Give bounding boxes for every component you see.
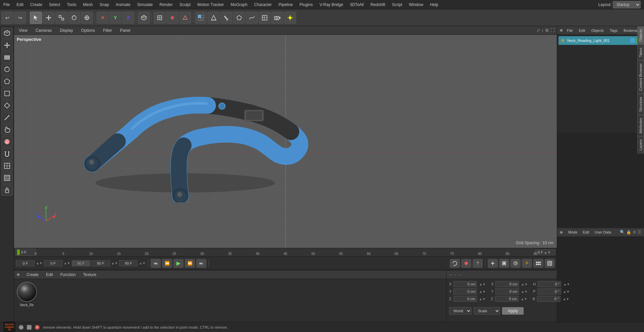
tab-layers[interactable]: Layers [637,136,644,153]
layout-select[interactable]: Startup Standard [613,1,641,8]
coord-h-rot[interactable] [538,281,561,287]
nav-button-5[interactable] [533,259,543,268]
menu-item-tools[interactable]: Tools [63,1,79,8]
attr-settings-icon[interactable]: ⚙ [633,230,636,235]
rotate-tool-button[interactable] [68,12,80,24]
coord-z-rot[interactable] [495,296,519,302]
frame-indicator-display[interactable]: 0 F ▲▼ [535,249,555,255]
tab-structure[interactable]: Structure [637,94,644,115]
close-button[interactable]: ✕ [35,325,40,330]
attr-menu-userdata[interactable]: User Data [593,229,613,235]
vp-expand-icon[interactable]: ⤢ [537,28,540,33]
menu-item-mesh[interactable]: Mesh [79,1,96,8]
sidebar-tool-polygon[interactable] [1,76,13,87]
attr-lock-icon[interactable]: 🔒 [626,230,631,235]
z-axis-button[interactable]: Z [122,12,134,24]
help-button[interactable]: ? [473,259,483,268]
menu-item-sculpt[interactable]: Sculpt [176,1,194,8]
step-forward-button[interactable]: ⏩ [185,259,195,268]
vp-menu-view[interactable]: View [16,27,30,34]
spline-tool-button[interactable] [246,12,258,24]
attr-search-icon[interactable]: 🔍 [620,230,625,235]
frame-current-field[interactable]: 0 F [44,260,62,266]
sidebar-tool-layer[interactable] [1,52,13,63]
viewport-3d[interactable]: Perspective [14,35,557,248]
menu-item-select[interactable]: Select [46,1,63,8]
tab-content-browser[interactable]: Content Browser [637,60,644,94]
sidebar-tool-lock[interactable] [1,184,13,196]
menu-item-snap[interactable]: Snap [96,1,112,8]
tab-attributes[interactable]: Attributes [637,115,644,136]
redo-button[interactable]: ↪ [14,12,26,24]
menu-item-mograph[interactable]: MoGraph [227,1,251,8]
menu-item-window[interactable]: Window [406,1,427,8]
vp-menu-panel[interactable]: Panel [117,27,133,34]
menu-item-v-ray-bridge[interactable]: V-Ray Bridge [316,1,346,8]
rp-menu-edit[interactable]: Edit [577,28,587,33]
sidebar-tool-move[interactable] [1,40,13,51]
vp-settings-icon[interactable]: ⚙ [545,28,549,33]
view-persp-button[interactable] [208,12,220,24]
x-axis-button[interactable]: ✕ [97,12,109,24]
frame-start-field[interactable]: 0 F [16,260,35,266]
keyframe-button[interactable] [154,12,166,24]
step-back-button[interactable]: ⏪ [162,259,172,268]
transform-tool-button[interactable] [81,12,93,24]
sidebar-tool-hand[interactable] [1,124,13,135]
menu-item-3dtoall[interactable]: 3DToAll [346,1,367,8]
frame-end-field[interactable]: 90 F [92,260,110,266]
coord-y-rot[interactable] [495,288,519,294]
menu-item-animate[interactable]: Animate [112,1,134,8]
sidebar-tool-diamond[interactable] [1,100,13,111]
grid-tool-button[interactable] [259,12,271,24]
rp-menu-tags[interactable]: Tags [608,28,620,33]
tab-objects[interactable]: Objects [637,26,644,45]
menu-item-edit[interactable]: Edit [13,1,27,8]
nav-button-1[interactable] [488,259,498,268]
coord-b-rot[interactable] [537,296,560,302]
vp-menu-filter[interactable]: Filter [100,27,115,34]
skip-to-start-button[interactable]: ⏮ [151,259,161,268]
camera-tool-button[interactable] [271,12,283,24]
menu-item-character[interactable]: Character [251,1,275,8]
loop-button[interactable] [450,259,460,268]
nav-button-4[interactable]: P [522,259,532,268]
menu-item-help[interactable]: Help [427,1,442,8]
tab-takes[interactable]: Takes [637,45,644,60]
sidebar-tool-box[interactable] [1,88,13,99]
vp-menu-cameras[interactable]: Cameras [33,27,55,34]
vp-menu-options[interactable]: Options [78,27,98,34]
restore-button[interactable]: □ [27,325,32,330]
nav-button-2[interactable] [499,259,509,268]
timeline-start-frame[interactable]: 0 F [15,249,36,256]
record-button[interactable] [166,12,178,24]
sidebar-tool-cube[interactable] [1,27,13,39]
move-tool-button[interactable] [43,12,55,24]
brush-tool-button[interactable] [220,12,232,24]
undo-button[interactable]: ↩ [1,12,13,24]
vp-menu-display[interactable]: Display [57,27,75,34]
polygon-tool-button[interactable] [233,12,245,24]
sidebar-tool-magnet[interactable] [1,148,13,159]
light-tool-button[interactable] [284,12,296,24]
object-row-0[interactable]: 🔆 Neck_Reading_Light_001 [558,36,643,45]
material-item-0[interactable]: Neck_Re [17,282,37,307]
sidebar-tool-grid2[interactable] [1,172,13,184]
sidebar-tool-line[interactable] [1,112,13,123]
menu-item-simulate[interactable]: Simulate [134,1,156,8]
menu-item-plugins[interactable]: Plugins [296,1,316,8]
view-front-button[interactable] [195,12,207,24]
coord-z-pos[interactable] [453,296,477,302]
nav-button-6[interactable] [545,259,555,268]
record-active-button[interactable] [461,259,471,268]
skip-to-end-button[interactable]: ⏭ [196,259,206,268]
menu-item-render[interactable]: Render [156,1,176,8]
coord-x-pos[interactable] [453,281,477,287]
coord-mode-dropdown[interactable]: Scale Position Rotation [474,307,500,315]
menu-item-motion-tracker[interactable]: Motion Tracker [194,1,227,8]
menu-item-redshift[interactable]: Redshift [367,1,388,8]
mat-menu-function[interactable]: Function [58,272,78,278]
nav-button-3[interactable] [511,259,521,268]
coord-y-pos[interactable] [453,288,477,294]
vp-fullscreen-icon[interactable]: ⛶ [550,28,555,33]
